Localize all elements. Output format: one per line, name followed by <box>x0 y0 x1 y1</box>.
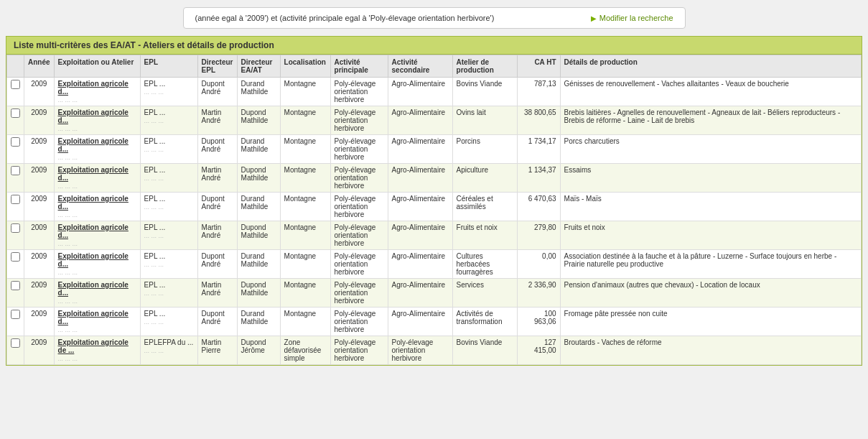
cell-dir-epl: Martin André <box>197 279 237 308</box>
cell-act-princ: Poly-élevage orientation herbivore <box>330 193 388 221</box>
cell-act-sec: Agro-Alimentaire <box>388 279 452 308</box>
cell-epl: EPL ...... ... ... <box>140 135 197 164</box>
cell-details: Association destinée à la fauche et à la… <box>560 250 861 279</box>
cell-dir-at: Durand Mathilde <box>237 135 280 164</box>
cell-act-sec: Poly-élevage orientation herbivore <box>388 336 452 365</box>
cell-exploitation: Exploitation agricole d...... ... ... <box>54 279 140 308</box>
cell-annee: 2009 <box>24 221 55 250</box>
cell-ca: 0,00 <box>517 250 560 279</box>
row-checkbox[interactable] <box>11 80 20 89</box>
table-row: 2009Exploitation agricole d...... ... ..… <box>7 164 862 193</box>
row-checkbox[interactable] <box>11 252 20 262</box>
row-checkbox[interactable] <box>11 338 20 348</box>
cell-atelier: Céréales et assimilés <box>452 193 517 221</box>
cell-exploitation: Exploitation agricole d...... ... ... <box>54 193 140 221</box>
row-checkbox[interactable] <box>11 108 20 118</box>
cell-act-princ: Poly-élevage orientation herbivore <box>330 78 388 106</box>
cell-ca: 1 134,37 <box>517 164 560 193</box>
section-title: Liste multi-critères des EA/AT - Atelier… <box>6 36 862 55</box>
cell-dir-at: Dupond Jérôme <box>237 336 280 365</box>
cell-annee: 2009 <box>24 78 55 106</box>
row-checkbox[interactable] <box>11 166 20 175</box>
col-header-act-princ: Activité principale <box>330 55 388 78</box>
cell-atelier: Bovins Viande <box>452 78 517 106</box>
row-checkbox[interactable] <box>11 310 20 319</box>
cell-details: Maïs - Maïs <box>560 193 861 221</box>
cell-atelier: Cultures herbacées fourragères <box>452 250 517 279</box>
cell-epl: EPL ...... ... ... <box>140 193 197 221</box>
cell-localisation: Montagne <box>280 135 330 164</box>
cell-act-sec: Agro-Alimentaire <box>388 78 452 106</box>
cell-act-sec: Agro-Alimentaire <box>388 221 452 250</box>
col-header-epl: EPL <box>140 55 197 78</box>
cell-details: Fromage pâte pressée non cuite <box>560 308 861 336</box>
cell-epl: EPL ...... ... ... <box>140 106 197 135</box>
cell-exploitation: Exploitation agricole d...... ... ... <box>54 221 140 250</box>
table-row: 2009Exploitation agricole d...... ... ..… <box>7 279 862 308</box>
cell-epl: EPL ...... ... ... <box>140 308 197 336</box>
exploitation-link[interactable]: Exploitation agricole d... <box>58 223 129 239</box>
table-row: 2009Exploitation agricole d...... ... ..… <box>7 221 862 250</box>
cell-exploitation: Exploitation agricole d...... ... ... <box>54 308 140 336</box>
cell-details: Pension d'animaux (autres que chevaux) -… <box>560 279 861 308</box>
cell-dir-epl: Dupont André <box>197 250 237 279</box>
col-header-checkbox <box>7 55 24 78</box>
table-row: 2009Exploitation agricole d...... ... ..… <box>7 106 862 135</box>
exploitation-link[interactable]: Exploitation agricole d... <box>58 195 129 211</box>
col-header-details: Détails de production <box>560 55 861 78</box>
cell-epl: EPL ...... ... ... <box>140 250 197 279</box>
results-table-container: Année Exploitation ou Atelier EPL Direct… <box>6 55 862 366</box>
cell-localisation: Montagne <box>280 279 330 308</box>
col-header-dir-epl: Directeur EPL <box>197 55 237 78</box>
cell-act-princ: Poly-élevage orientation herbivore <box>330 308 388 336</box>
exploitation-link[interactable]: Exploitation agricole de ... <box>58 338 129 354</box>
cell-act-sec: Agro-Alimentaire <box>388 308 452 336</box>
row-checkbox[interactable] <box>11 223 20 233</box>
cell-act-sec: Agro-Alimentaire <box>388 135 452 164</box>
exploitation-link[interactable]: Exploitation agricole d... <box>58 137 129 153</box>
cell-act-sec: Agro-Alimentaire <box>388 193 452 221</box>
table-row: 2009Exploitation agricole d...... ... ..… <box>7 308 862 336</box>
cell-exploitation: Exploitation agricole d...... ... ... <box>54 250 140 279</box>
exploitation-link[interactable]: Exploitation agricole d... <box>58 281 129 297</box>
cell-ca: 1 734,17 <box>517 135 560 164</box>
cell-dir-at: Durand Mathilde <box>237 250 280 279</box>
exploitation-link[interactable]: Exploitation agricole d... <box>58 252 129 268</box>
cell-act-sec: Agro-Alimentaire <box>388 164 452 193</box>
cell-annee: 2009 <box>24 336 55 365</box>
row-checkbox[interactable] <box>11 195 20 204</box>
cell-annee: 2009 <box>24 193 55 221</box>
search-bar: (année egal à '2009') et (activité princ… <box>183 7 686 29</box>
cell-dir-epl: Dupont André <box>197 135 237 164</box>
cell-atelier: Ovins lait <box>452 106 517 135</box>
cell-exploitation: Exploitation agricole d...... ... ... <box>54 78 140 106</box>
col-header-ca: CA HT <box>517 55 560 78</box>
col-header-exploitation: Exploitation ou Atelier <box>54 55 140 78</box>
cell-localisation: Montagne <box>280 78 330 106</box>
cell-act-princ: Poly-élevage orientation herbivore <box>330 336 388 365</box>
row-checkbox[interactable] <box>11 137 20 147</box>
cell-dir-epl: Martin André <box>197 106 237 135</box>
cell-act-princ: Poly-élevage orientation herbivore <box>330 164 388 193</box>
cell-exploitation: Exploitation agricole d...... ... ... <box>54 164 140 193</box>
cell-details: Porcs charcutiers <box>560 135 861 164</box>
exploitation-link[interactable]: Exploitation agricole d... <box>58 310 129 325</box>
exploitation-link[interactable]: Exploitation agricole d... <box>58 80 129 96</box>
cell-ca: 38 800,65 <box>517 106 560 135</box>
cell-exploitation: Exploitation agricole d...... ... ... <box>54 106 140 135</box>
cell-exploitation: Exploitation agricole d...... ... ... <box>54 135 140 164</box>
cell-dir-at: Dupond Mathilde <box>237 279 280 308</box>
cell-act-princ: Poly-élevage orientation herbivore <box>330 221 388 250</box>
exploitation-link[interactable]: Exploitation agricole d... <box>58 108 129 124</box>
exploitation-link[interactable]: Exploitation agricole d... <box>58 166 129 182</box>
search-query: (année egal à '2009') et (activité princ… <box>195 14 495 22</box>
cell-dir-epl: Martin Pierre <box>197 336 237 365</box>
cell-epl: EPL ...... ... ... <box>140 221 197 250</box>
cell-ca: 2 336,90 <box>517 279 560 308</box>
cell-act-princ: Poly-élevage orientation herbivore <box>330 279 388 308</box>
cell-annee: 2009 <box>24 164 55 193</box>
modify-search-link[interactable]: Modifier la recherche <box>591 14 673 22</box>
results-table: Année Exploitation ou Atelier EPL Direct… <box>6 55 862 365</box>
col-header-atelier: Atelier de production <box>452 55 517 78</box>
row-checkbox[interactable] <box>11 281 20 290</box>
